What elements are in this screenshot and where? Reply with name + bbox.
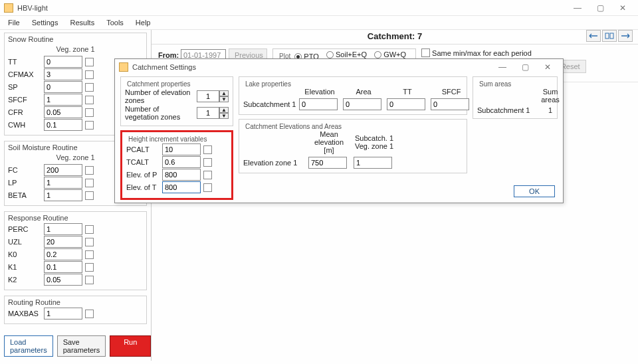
sum-areas-fieldset: Sum areas Sum areas Subcatchment 1 1: [473, 76, 558, 119]
cea-sub-input[interactable]: [354, 157, 392, 169]
lake-sfcf-input[interactable]: [431, 98, 469, 110]
close-button[interactable]: ✕: [611, 1, 634, 15]
chevron-up-icon[interactable]: ▲: [219, 107, 229, 113]
cfmax-input[interactable]: [44, 68, 82, 80]
response-title: Response Routine: [8, 214, 143, 222]
chevron-up-icon[interactable]: ▲: [219, 90, 229, 96]
elevt-label: Elev. of T: [126, 183, 160, 191]
cea-legend: Catchment Elevations and Areas: [243, 123, 344, 130]
tt-checkbox[interactable]: [85, 58, 94, 66]
snow-veg-label: Veg. zone 1: [8, 45, 143, 55]
gwq-radio[interactable]: GW+Q: [374, 50, 406, 58]
param-label: MAXBAS: [8, 310, 41, 318]
beta-checkbox[interactable]: [85, 191, 94, 200]
catch-props-legend: Catchment properties: [125, 80, 193, 88]
sp-input[interactable]: [44, 81, 82, 93]
param-label: UZL: [8, 238, 41, 246]
save-parameters-button[interactable]: Save parameters: [57, 335, 106, 357]
cfr-input[interactable]: [44, 106, 82, 118]
veg-zones-spinner[interactable]: ▲▼: [197, 107, 229, 119]
dialog-title: Catchment Settings: [132, 63, 491, 71]
ok-button[interactable]: OK: [514, 185, 555, 197]
pcalt-input[interactable]: [162, 143, 201, 155]
chevron-down-icon[interactable]: ▼: [219, 113, 229, 119]
sameminmax-checkbox[interactable]: Same min/max for each period: [421, 48, 581, 57]
lp-input[interactable]: [44, 177, 82, 189]
lake-tt-input[interactable]: [387, 98, 425, 110]
fc-checkbox[interactable]: [85, 166, 94, 175]
lake-area-input[interactable]: [343, 98, 381, 110]
tcalt-input[interactable]: [162, 156, 201, 168]
lp-checkbox[interactable]: [85, 179, 94, 187]
dialog-maximize-button[interactable]: ▢: [514, 60, 536, 74]
elevp-input[interactable]: [162, 169, 201, 181]
minimize-button[interactable]: —: [566, 1, 589, 15]
menu-help[interactable]: Help: [136, 19, 151, 27]
elev-zones-spinner[interactable]: ▲▼: [197, 90, 229, 102]
menu-file[interactable]: File: [8, 19, 20, 27]
elevt-input[interactable]: [162, 181, 201, 193]
cea-sub-label: Subcatch. 1: [354, 134, 395, 142]
menu-tools[interactable]: Tools: [106, 19, 124, 27]
sfcf-checkbox[interactable]: [85, 96, 94, 104]
lake-row-label: Subcatchment 1: [243, 100, 296, 108]
perc-checkbox[interactable]: [85, 225, 94, 234]
k1-checkbox[interactable]: [85, 263, 94, 272]
param-label: PERC: [8, 225, 41, 233]
lake-col-tt: TT: [387, 88, 428, 96]
sfcf-input[interactable]: [44, 94, 82, 106]
expand-right-icon[interactable]: [618, 30, 633, 42]
uzl-input[interactable]: [44, 236, 82, 248]
elevp-checkbox[interactable]: [203, 171, 212, 179]
uzl-checkbox[interactable]: [85, 238, 94, 246]
sum-legend: Sum areas: [477, 80, 513, 88]
lake-col-elev: Elevation: [299, 88, 340, 96]
param-label: K2: [8, 276, 41, 284]
elev-zones-label: Number of elevation zones: [125, 88, 194, 104]
maximize-button[interactable]: ▢: [589, 1, 611, 15]
tcalt-label: TCALT: [126, 158, 160, 166]
catchment-header: Catchment: 7: [152, 30, 638, 45]
k2-checkbox[interactable]: [85, 276, 94, 284]
sum-col: Sum areas: [534, 88, 566, 104]
cea-mean-input[interactable]: [308, 157, 347, 169]
run-button[interactable]: Run: [110, 335, 151, 357]
menu-settings[interactable]: Settings: [32, 19, 58, 27]
param-label: CFR: [8, 108, 41, 116]
catchment-settings-dialog: Catchment Settings — ▢ ✕ Catchment prope…: [114, 58, 564, 203]
param-label: SFCF: [8, 96, 41, 104]
dialog-minimize-button[interactable]: —: [491, 60, 514, 74]
maxbas-checkbox[interactable]: [85, 310, 94, 318]
k1-input[interactable]: [44, 261, 82, 273]
perc-input[interactable]: [44, 223, 82, 235]
dialog-close-button[interactable]: ✕: [536, 60, 559, 74]
split-icon[interactable]: [602, 30, 617, 42]
load-parameters-button[interactable]: Load parameters: [4, 335, 53, 357]
tcalt-checkbox[interactable]: [203, 158, 212, 167]
catchment-elev-areas-fieldset: Catchment Elevations and Areas Mean elev…: [239, 119, 467, 173]
param-label: K0: [8, 250, 41, 258]
beta-input[interactable]: [44, 189, 82, 201]
param-label: BETA: [8, 191, 41, 199]
titlebar: HBV-light — ▢ ✕: [0, 0, 638, 16]
fc-input[interactable]: [44, 164, 82, 176]
menu-results[interactable]: Results: [70, 19, 94, 27]
cwh-checkbox[interactable]: [85, 121, 94, 130]
expand-left-icon[interactable]: [586, 30, 601, 42]
lake-elev-input[interactable]: [299, 98, 338, 110]
app-icon: [4, 3, 13, 13]
routing-title: Routing Routine: [8, 298, 143, 306]
chevron-down-icon[interactable]: ▼: [219, 96, 229, 102]
seq-radio[interactable]: Soil+E+Q: [326, 50, 367, 58]
elevt-checkbox[interactable]: [203, 183, 212, 192]
k0-checkbox[interactable]: [85, 250, 94, 259]
cwh-input[interactable]: [44, 119, 82, 131]
tt-input[interactable]: [44, 56, 82, 68]
pcalt-checkbox[interactable]: [203, 145, 212, 154]
maxbas-input[interactable]: [44, 308, 82, 319]
k2-input[interactable]: [44, 274, 82, 286]
cfmax-checkbox[interactable]: [85, 70, 94, 79]
sp-checkbox[interactable]: [85, 83, 94, 92]
k0-input[interactable]: [44, 248, 82, 260]
cfr-checkbox[interactable]: [85, 108, 94, 117]
